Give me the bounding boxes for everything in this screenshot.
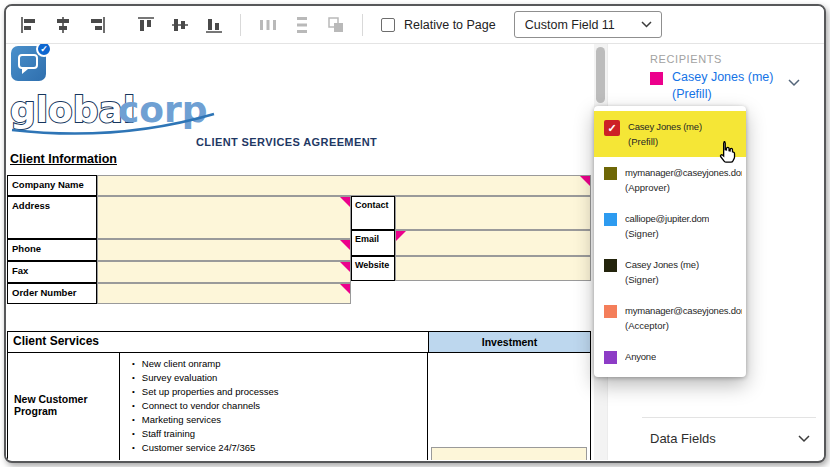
list-item: •Customer service 24/7/365 <box>132 441 427 455</box>
bullet-icon: • <box>132 371 135 385</box>
form-field-email[interactable] <box>395 230 591 256</box>
form-label-phone: Phone <box>7 239 97 261</box>
recipient-color-swatch <box>604 351 617 364</box>
data-fields-label: Data Fields <box>650 431 716 446</box>
investment-column <box>428 353 590 460</box>
dropdown-item-anyone[interactable]: Anyone <box>594 341 746 372</box>
chevron-down-icon <box>798 435 810 443</box>
recipient-name: Casey Jones (me) <box>628 119 702 134</box>
scrollbar-thumb[interactable] <box>596 47 605 103</box>
document-title: CLIENT SERVICES AGREEMENT <box>196 136 377 148</box>
recipient-role: (Approver) <box>625 180 742 195</box>
recipient-name: calliope@jupiter.dom <box>625 211 709 226</box>
selected-recipient[interactable]: Casey Jones (me) (Prefill) <box>650 69 816 103</box>
checkbox-box[interactable] <box>381 18 395 32</box>
data-fields-section[interactable]: Data Fields <box>650 431 810 446</box>
client-information-heading: Client Information <box>10 152 117 166</box>
list-item: •Set up properties and processes <box>132 385 427 399</box>
chevron-down-icon <box>641 21 652 28</box>
dropdown-item-signer-calliope[interactable]: calliope@jupiter.dom (Signer) <box>594 203 746 249</box>
list-item: •New client onramp <box>132 357 427 371</box>
recipient-color-swatch <box>604 305 617 318</box>
globalcorp-logo: global corp <box>8 88 223 144</box>
field-assignee-marker-icon <box>396 231 406 241</box>
field-assignee-marker-icon <box>580 176 590 186</box>
app-window: Relative to Page Custom Field 11 ✓ globa… <box>4 4 826 463</box>
align-bottom-icon <box>205 16 223 34</box>
list-item: •Marketing services <box>132 413 427 427</box>
distribute-horizontal-icon <box>259 16 277 34</box>
recipient-role: (Signer) <box>625 272 699 287</box>
dropdown-item-acceptor[interactable]: mymanager@caseyjones.dom (Acceptor) <box>594 295 746 341</box>
match-size-icon <box>327 16 345 34</box>
recipient-color-swatch <box>604 167 617 180</box>
form-field-phone[interactable] <box>97 239 351 261</box>
form-field-contact[interactable] <box>395 196 591 230</box>
list-item: •Survey evaluation <box>132 371 427 385</box>
document-canvas: ✓ global corp CLIENT SERVICES AGREEMENT … <box>6 44 594 460</box>
dropdown-item-prefill[interactable]: ✓ Casey Jones (me) (Prefill) <box>594 111 746 157</box>
field-template-value: Custom Field 11 <box>525 18 615 32</box>
sidebar-divider <box>642 417 816 418</box>
prefill-field-type-icon[interactable]: ✓ <box>11 46 46 81</box>
bullet-icon: • <box>132 399 135 413</box>
field-template-select[interactable]: Custom Field 11 <box>514 11 662 38</box>
align-center-button[interactable] <box>50 12 75 37</box>
field-assignee-marker-icon <box>340 284 350 294</box>
bullet-icon: • <box>132 413 135 427</box>
chevron-down-icon <box>788 79 800 87</box>
align-bottom-button[interactable] <box>201 12 226 37</box>
align-right-icon <box>88 16 106 34</box>
form-field-website[interactable] <box>395 256 591 281</box>
form-field-order-number[interactable] <box>97 283 351 304</box>
field-assignee-marker-icon <box>340 240 350 250</box>
form-field-fax[interactable] <box>97 261 351 283</box>
relative-to-page-label: Relative to Page <box>404 18 496 32</box>
align-middle-icon <box>171 16 189 34</box>
bullet-icon: • <box>132 357 135 371</box>
form-field-investment[interactable] <box>431 447 587 460</box>
recipient-color-swatch <box>604 213 617 226</box>
list-item: •Connect to vendor channels <box>132 399 427 413</box>
field-assignee-marker-icon <box>340 262 350 272</box>
dropdown-item-signer-casey[interactable]: Casey Jones (me) (Signer) <box>594 249 746 295</box>
recipient-name: Casey Jones (me) <box>625 257 699 272</box>
bullet-icon: • <box>132 427 135 441</box>
logo-text-corp: corp <box>118 89 208 130</box>
recipient-color-swatch <box>650 72 663 85</box>
relative-to-page-checkbox[interactable]: Relative to Page <box>381 18 496 32</box>
align-vertical-group <box>133 12 226 37</box>
client-services-header: Client Services <box>7 331 429 353</box>
distribute-vertical-icon <box>293 16 311 34</box>
form-label-company-name: Company Name <box>7 175 97 196</box>
align-left-icon <box>20 16 38 34</box>
form-label-email: Email <box>351 230 395 256</box>
align-right-button[interactable] <box>84 12 109 37</box>
recipients-header: RECIPIENTS <box>650 53 722 65</box>
form-label-order-number: Order Number <box>7 283 97 304</box>
client-information-form: Company Name Address Phone <box>7 175 591 304</box>
toolbar: Relative to Page Custom Field 11 <box>6 6 824 44</box>
new-customer-program-label: New Customer Program <box>8 353 120 460</box>
recipient-dropdown-menu: ✓ Casey Jones (me) (Prefill) mymanager@c… <box>594 106 746 377</box>
align-top-icon <box>137 16 155 34</box>
stamp-field-icon <box>18 54 38 69</box>
recipient-name: mymanager@caseyjones.dom <box>625 303 742 318</box>
align-middle-button[interactable] <box>167 12 192 37</box>
distribute-vertical-button[interactable] <box>289 12 314 37</box>
bullet-icon: • <box>132 441 135 455</box>
recipient-name: Anyone <box>625 349 656 364</box>
check-badge-icon: ✓ <box>36 44 52 57</box>
form-field-company-name[interactable] <box>97 175 591 196</box>
form-label-website: Website <box>351 256 395 281</box>
align-top-button[interactable] <box>133 12 158 37</box>
recipient-role: (Prefill) <box>628 134 702 149</box>
align-left-button[interactable] <box>16 12 41 37</box>
cursor-hand-icon <box>714 139 740 171</box>
toolbar-separator <box>362 14 363 36</box>
bullet-icon: • <box>132 385 135 399</box>
match-size-button[interactable] <box>323 12 348 37</box>
form-field-address[interactable] <box>97 196 351 239</box>
recipient-role: (Signer) <box>625 226 709 241</box>
distribute-horizontal-button[interactable] <box>255 12 280 37</box>
